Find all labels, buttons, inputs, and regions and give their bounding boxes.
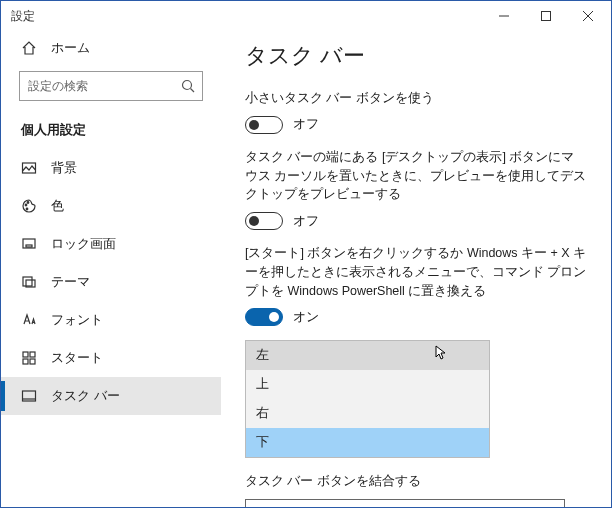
svg-rect-15 [30,352,35,357]
window-title: 設定 [11,8,483,25]
taskbar-position-dropdown[interactable]: 左 上 右 下 [245,340,490,458]
lock-screen-icon [21,236,37,252]
start-icon [21,350,37,366]
toggle-state-label: オン [293,309,319,326]
home-label: ホーム [51,39,90,57]
search-icon [181,79,195,93]
content-area: タスク バー 小さいタスク バー ボタンを使う オフ タスク バーの端にある [… [221,31,611,507]
svg-rect-12 [23,277,32,286]
sidebar-item-fonts[interactable]: フォント [1,301,221,339]
search-input[interactable] [19,71,203,101]
dropdown-option-label: 下 [256,435,269,449]
toggle-row: オフ [245,212,587,230]
sidebar-section-title: 個人用設定 [1,115,221,149]
home-icon [21,40,37,56]
svg-rect-16 [23,359,28,364]
svg-point-9 [26,208,28,210]
settings-window: 設定 ホーム 個人用設定 背景 [0,0,612,508]
sidebar-item-start[interactable]: スタート [1,339,221,377]
dropdown-option-left[interactable]: 左 [246,341,489,370]
dropdown-option-label: 右 [256,406,269,420]
minimize-button[interactable] [483,2,525,30]
sidebar-item-label: ロック画面 [51,235,116,253]
sidebar-item-colors[interactable]: 色 [1,187,221,225]
theme-icon [21,274,37,290]
dropdown-option-right[interactable]: 右 [246,399,489,428]
svg-point-4 [183,81,192,90]
setting-small-buttons-label: 小さいタスク バー ボタンを使う [245,89,587,108]
page-title: タスク バー [245,41,587,71]
sidebar-item-label: 色 [51,197,64,215]
svg-line-5 [191,89,195,93]
svg-rect-1 [542,12,551,21]
toggle-knob [269,312,279,322]
toggle-row: オフ [245,116,587,134]
taskbar-icon [21,388,37,404]
window-body: ホーム 個人用設定 背景 色 ロック画面 [1,31,611,507]
home-button[interactable]: ホーム [1,31,221,65]
toggle-state-label: オフ [293,213,319,230]
toggle-powershell[interactable] [245,308,283,326]
close-button[interactable] [567,2,609,30]
combine-buttons-select[interactable]: 常に結合、ラベルを非表示 [245,499,565,507]
maximize-button[interactable] [525,2,567,30]
sidebar-item-label: テーマ [51,273,90,291]
sidebar-item-lockscreen[interactable]: ロック画面 [1,225,221,263]
image-icon [21,160,37,176]
sidebar-item-label: フォント [51,311,103,329]
toggle-knob [249,216,259,226]
sidebar-item-taskbar[interactable]: タスク バー [1,377,221,415]
toggle-state-label: オフ [293,116,319,133]
svg-point-7 [25,204,27,206]
sidebar-item-background[interactable]: 背景 [1,149,221,187]
cursor-icon [435,345,447,361]
toggle-peek[interactable] [245,212,283,230]
setting-powershell-label: [スタート] ボタンを右クリックするか Windows キー + X キーを押し… [245,244,587,300]
sidebar-item-themes[interactable]: テーマ [1,263,221,301]
dropdown-option-bottom[interactable]: 下 [246,428,489,457]
setting-peek-label: タスク バーの端にある [デスクトップの表示] ボタンにマウス カーソルを置いた… [245,148,587,204]
font-icon [21,312,37,328]
sidebar-item-label: スタート [51,349,103,367]
svg-rect-17 [30,359,35,364]
combine-buttons-label: タスク バー ボタンを結合する [245,472,587,491]
sidebar: ホーム 個人用設定 背景 色 ロック画面 [1,31,221,507]
toggle-small-buttons[interactable] [245,116,283,134]
dropdown-option-top[interactable]: 上 [246,370,489,399]
titlebar: 設定 [1,1,611,31]
toggle-knob [249,120,259,130]
sidebar-item-label: タスク バー [51,387,120,405]
palette-icon [21,198,37,214]
select-value: 常に結合、ラベルを非表示 [256,507,412,508]
toggle-row: オン [245,308,587,326]
svg-rect-11 [26,245,32,247]
search-wrap [19,71,203,101]
svg-rect-14 [23,352,28,357]
dropdown-option-label: 上 [256,377,269,391]
svg-point-8 [27,202,29,204]
sidebar-item-label: 背景 [51,159,77,177]
dropdown-option-label: 左 [256,348,269,362]
